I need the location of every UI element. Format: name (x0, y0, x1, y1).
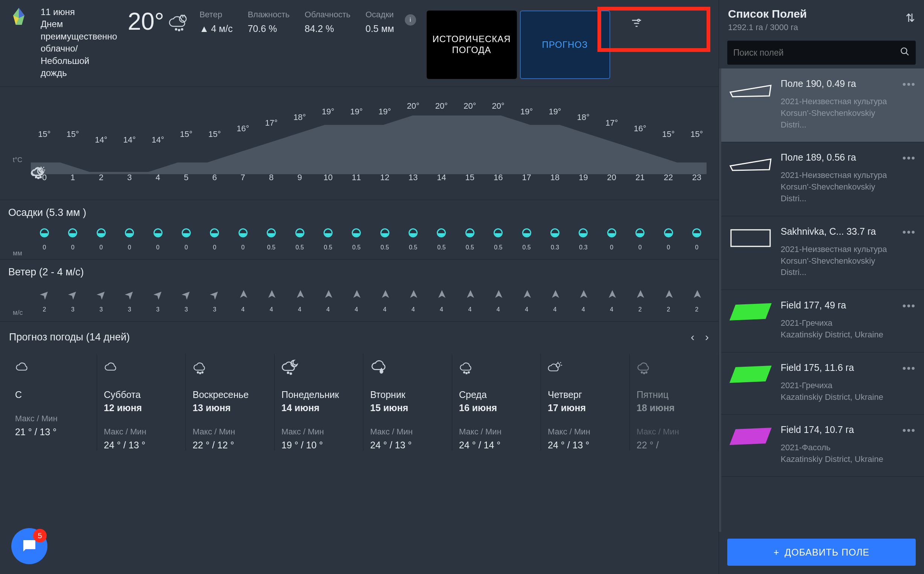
precip-cell: 0 (683, 228, 710, 251)
forecast-day[interactable]: Понедельник14 июняМакс / Мин19 ° / 10 ° (274, 354, 363, 451)
precip-cell: 0 (59, 228, 86, 251)
tab-historical-weather[interactable]: ИСТОРИЧЕСКАЯ ПОГОДА (427, 11, 517, 79)
wind-cell: ➤4 (569, 288, 597, 313)
sort-icon[interactable]: ⇅ (905, 8, 915, 32)
wind-cell: ➤2 (31, 288, 58, 313)
hour-label: 22 (655, 173, 682, 183)
hour-label: 17 (513, 173, 540, 183)
temp-value: 18° (286, 112, 314, 122)
field-list-item[interactable]: Поле 190, 0.49 га2021-Неизвестная культу… (721, 68, 924, 142)
precip-cell: 0.5 (371, 228, 399, 251)
search-icon[interactable] (900, 47, 910, 59)
forecast-day[interactable]: Суббота12 июняМакс / Мин24 ° / 13 ° (97, 354, 186, 451)
wind-title: Ветер (2 - 4 м/с) (8, 266, 710, 278)
day-temp-values: 24 ° / 13 ° (548, 440, 623, 451)
field-list-item[interactable]: Field 174, 10.7 га2021-ФасольKazatinskiy… (721, 415, 924, 477)
field-list-item[interactable]: Поле 189, 0.56 га2021-Неизвестная культу… (721, 142, 924, 216)
temp-value: 15° (59, 129, 86, 139)
field-desc: 2021-Неизвестная культураKorsun'-Shevche… (781, 96, 895, 131)
svg-point-54 (646, 372, 647, 374)
svg-point-44 (290, 373, 292, 375)
field-list-title: Список Полей (728, 8, 807, 20)
temp-value: 16° (626, 124, 653, 134)
wind-cell: ➤4 (343, 288, 370, 313)
forecast-next-icon[interactable]: › (705, 331, 709, 344)
svg-point-2 (178, 29, 180, 31)
more-icon[interactable]: ••• (903, 78, 916, 131)
day-date: 18 июня (637, 402, 711, 413)
field-shape-icon (728, 226, 773, 250)
wind-dir-icon: ➤ (463, 281, 476, 308)
info-icon[interactable]: i (405, 14, 416, 25)
wind-dir-icon: ➤ (435, 281, 448, 308)
cloud-rain-icon (168, 8, 189, 38)
more-icon[interactable]: ••• (903, 226, 916, 278)
day-name: Пятниц (637, 390, 711, 400)
hour-label: 0 (31, 173, 58, 183)
wind-cell: ➤4 (286, 288, 314, 313)
search-field[interactable] (727, 41, 916, 65)
wind-cell: ➤2 (626, 288, 653, 313)
forecast-day[interactable]: СМакс / Мин21 ° / 13 ° (8, 354, 97, 451)
wind-cell: ➤2 (683, 288, 710, 313)
wind-cell: ➤3 (88, 288, 115, 313)
day-temp-values: 22 ° / (637, 440, 711, 451)
field-shape-icon (728, 300, 773, 324)
wind-dir-icon: ➤ (59, 280, 87, 309)
field-list-item[interactable]: Field 175, 11.6 га2021-ГречихаKazatinski… (721, 352, 924, 415)
forecast-day[interactable]: Воскресенье13 июняМакс / Мин22 ° / 12 ° (186, 354, 274, 451)
highlight-box (598, 7, 710, 52)
precip-cell: 0 (655, 228, 682, 251)
temp-value: 19° (371, 107, 399, 117)
wind-dir-icon: ➤ (634, 281, 647, 308)
day-date: 16 июня (459, 402, 534, 413)
chat-button[interactable]: 5 (11, 528, 47, 564)
precip-cell: 0 (598, 228, 625, 251)
day-date: 13 июня (192, 402, 268, 413)
current-temperature: 20° (128, 6, 189, 79)
wind-cell: ➤4 (598, 288, 625, 313)
app-logo-icon (8, 6, 30, 28)
forecast-day[interactable]: Среда16 июняМакс / Мин24 ° / 14 ° (452, 354, 541, 451)
svg-marker-62 (730, 428, 772, 445)
search-input[interactable] (733, 48, 900, 58)
field-list-item[interactable]: Field 177, 49 га2021-ГречихаKazatinskiy … (721, 290, 924, 352)
wind-cell: ➤4 (428, 288, 455, 313)
temp-value: 15° (31, 129, 58, 139)
add-field-button[interactable]: + ДОБАВИТЬ ПОЛЕ (727, 539, 916, 566)
temp-value: 20° (484, 101, 512, 111)
more-icon[interactable]: ••• (903, 362, 916, 403)
hour-label: 7 (230, 173, 257, 183)
svg-point-53 (643, 373, 645, 374)
wind-dir-icon: ➤ (200, 280, 229, 309)
field-list-item[interactable]: Sakhnivka, С... 33.7 га2021-Неизвестная … (721, 216, 924, 290)
hour-label: 19 (569, 173, 597, 183)
tab-forecast[interactable]: ПРОГНОЗ (520, 11, 610, 79)
forecast-day[interactable]: Вторник15 июняМакс / Мин24 ° / 13 ° (363, 354, 452, 451)
precip-cell: 0.5 (513, 228, 540, 251)
wind-dir-icon: ➤ (115, 280, 144, 309)
wind-cell: ➤3 (201, 288, 228, 313)
more-icon[interactable]: ••• (903, 424, 916, 465)
day-name: Воскресенье (192, 390, 268, 400)
more-icon[interactable]: ••• (903, 152, 916, 204)
day-temp-values: 19 ° / 10 ° (281, 440, 356, 451)
forecast-day[interactable]: Четверг17 июняМакс / Мин24 ° / 13 ° (541, 354, 630, 451)
more-icon[interactable]: ••• (903, 300, 916, 341)
wind-cell: ➤4 (315, 288, 342, 313)
forecast-prev-icon[interactable]: ‹ (691, 331, 694, 344)
field-shape-icon (728, 152, 773, 176)
svg-marker-57 (730, 85, 771, 97)
hour-label: 6 (201, 173, 228, 183)
temp-value: 14° (88, 135, 115, 145)
wind-dir-icon: ➤ (30, 280, 59, 309)
day-name: Четверг (548, 390, 623, 400)
weather-stats: Ветер▲4 м/с Влажность70.6 % Облачность84… (199, 6, 394, 79)
wind-dir-icon: ➤ (87, 280, 115, 309)
temp-value: 19° (541, 107, 568, 117)
forecast-day[interactable]: Пятниц18 июняМакс / Мин22 ° / (630, 354, 719, 451)
day-date: 14 июня (281, 402, 356, 413)
svg-rect-59 (731, 230, 770, 246)
field-title: Field 175, 11.6 га (781, 362, 895, 373)
precip-cell: 0.3 (569, 228, 597, 251)
